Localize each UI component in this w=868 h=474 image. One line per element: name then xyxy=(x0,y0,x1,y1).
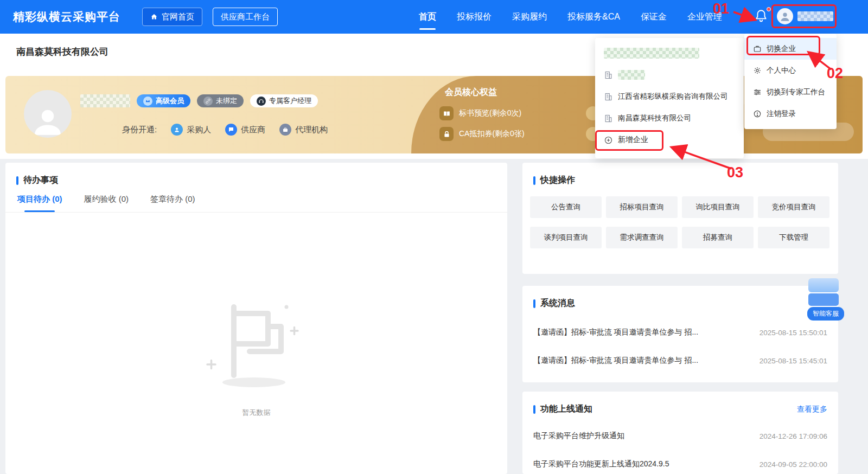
plus-circle-icon xyxy=(604,136,613,145)
right-item-preview-label: 标书预览(剩余0次) xyxy=(459,108,521,118)
identity-open-row: 身份开通: 采购人 供应商 代理机构 xyxy=(122,124,328,136)
message-text: 【邀请函】招标-审批流 项目邀请贵单位参与 招... xyxy=(533,356,698,366)
feature-notices-title: 功能上线通知 xyxy=(533,403,592,415)
view-more-link[interactable]: 查看更多 xyxy=(797,405,827,414)
unbound-label: 未绑定 xyxy=(216,96,237,106)
book-icon xyxy=(439,106,454,120)
right-item-ca-label: CA抵扣券(剩余0张) xyxy=(459,129,525,139)
quick-actions-title: 快捷操作 xyxy=(533,175,575,186)
headset-icon xyxy=(257,97,266,106)
identity-agency: 代理机构 xyxy=(279,124,328,136)
vip-level-badge[interactable]: 高级会员 xyxy=(137,94,190,107)
member-identity-row: 高级会员 未绑定 专属客户经理 xyxy=(80,94,318,107)
right-item-preview: 标书预览(剩余0次) xyxy=(439,106,521,120)
message-time: 2025-08-15 15:50:01 xyxy=(760,329,827,337)
notice-time: 2024-09-05 22:00:00 xyxy=(760,460,827,469)
service-bot-graphic-bottom xyxy=(808,293,839,306)
vip-level-label: 高级会员 xyxy=(156,96,184,106)
menu-item-label: 个人中心 xyxy=(767,66,796,75)
supplier-workbench-label: 供应商工作台 xyxy=(221,12,270,22)
identity-purchaser: 采购人 xyxy=(171,124,211,136)
menu-item-personal-center[interactable]: 个人中心 xyxy=(744,60,837,81)
quick-btn-demand-survey[interactable]: 需求调查查询 xyxy=(606,227,678,248)
quick-btn-download-manage[interactable]: 下载管理 xyxy=(758,227,829,248)
quick-actions-panel: 快捷操作 公告查询 招标项目查询 询比项目查询 竞价项目查询 谈判项目查询 需求… xyxy=(522,163,838,274)
tab-signature-todo[interactable]: 签章待办 (0) xyxy=(150,194,195,204)
add-company-label: 新增企业 xyxy=(618,135,648,145)
feature-notices-panel: 功能上线通知 查看更多 电子采购平台维护升级通知 2024-12-26 17:0… xyxy=(522,392,838,474)
company-item-redacted-1[interactable] xyxy=(595,42,744,64)
tab-performance-acceptance[interactable]: 履约验收 (0) xyxy=(84,194,129,204)
nav-item-service-ca[interactable]: 投标服务&CA xyxy=(567,0,620,34)
agency-icon xyxy=(279,124,291,136)
nav-item-enterprise[interactable]: 企业管理 xyxy=(687,0,722,34)
notice-row[interactable]: 电子采购平台功能更新上线通知2024.9.5 2024-09-05 22:00:… xyxy=(522,450,838,474)
link-icon xyxy=(203,97,213,106)
company-item-redacted-2[interactable] xyxy=(595,64,744,86)
message-time: 2025-08-15 15:45:01 xyxy=(760,357,827,365)
todo-title: 待办事项 xyxy=(16,175,58,186)
member-avatar xyxy=(24,90,72,138)
nav-item-bidding[interactable]: 投标报价 xyxy=(457,0,492,34)
empty-state-flag-icon xyxy=(200,298,314,393)
company-item-nanchang[interactable]: 南昌森莫科技有限公司 xyxy=(595,107,744,129)
supplier-workbench-button[interactable]: 供应商工作台 xyxy=(213,8,278,26)
menu-item-switch-company[interactable]: 切换企业 xyxy=(744,38,837,60)
purchaser-icon xyxy=(171,124,183,136)
current-company-name: 南昌森莫科技有限公司 xyxy=(16,46,108,58)
notice-row[interactable]: 电子采购平台维护升级通知 2024-12-26 17:09:06 xyxy=(522,422,838,450)
rights-title: 会员核心权益 xyxy=(445,87,497,98)
identity-open-label: 身份开通: xyxy=(122,125,157,135)
quick-btn-tender-project[interactable]: 招标项目查询 xyxy=(606,196,678,218)
add-company-item[interactable]: 新增企业 xyxy=(595,129,744,151)
building-icon xyxy=(604,71,613,80)
menu-item-label: 切换企业 xyxy=(767,44,796,54)
nav-item-home[interactable]: 首页 xyxy=(419,0,436,34)
quick-actions-grid: 公告查询 招标项目查询 询比项目查询 竞价项目查询 谈判项目查询 需求调查查询 … xyxy=(530,196,831,248)
smart-service-badge[interactable]: 智能客服 xyxy=(807,307,844,321)
home-icon xyxy=(150,13,158,21)
system-messages-list: 【邀请函】招标-审批流 项目邀请贵单位参与 招... 2025-08-15 15… xyxy=(522,318,838,375)
account-manager-label: 专属客户经理 xyxy=(269,96,311,106)
message-row[interactable]: 【邀请函】招标-审批流 项目邀请贵单位参与 招... 2025-08-15 15… xyxy=(522,347,838,375)
right-item-ca-coupon: CA抵扣券(剩余0张) xyxy=(439,127,525,141)
service-bot-graphic-top xyxy=(808,278,839,292)
todo-tabs: 项目待办 (0) 履约验收 (0) 签章待办 (0) xyxy=(5,194,507,213)
quick-btn-inquiry-project[interactable]: 询比项目查询 xyxy=(682,196,754,218)
company-name-redacted xyxy=(604,48,699,59)
main-nav: 首页 投标报价 采购履约 投标服务&CA 保证金 企业管理 xyxy=(419,0,722,34)
user-account-chip[interactable] xyxy=(777,8,833,24)
message-row[interactable]: 【邀请函】招标-审批流 项目邀请贵单位参与 招... 2025-08-15 15… xyxy=(522,318,838,347)
notification-dot xyxy=(767,7,771,11)
tab-project-todo[interactable]: 项目待办 (0) xyxy=(17,194,62,204)
feature-notices-list: 电子采购平台维护升级通知 2024-12-26 17:09:06 电子采购平台功… xyxy=(522,422,838,474)
quick-btn-recruitment[interactable]: 招募查询 xyxy=(682,227,754,248)
nav-item-performance[interactable]: 采购履约 xyxy=(512,0,547,34)
crown-icon xyxy=(143,97,152,106)
quick-btn-negotiation-project[interactable]: 谈判项目查询 xyxy=(530,227,602,248)
menu-item-expert-workbench[interactable]: 切换到专家工作台 xyxy=(744,81,837,103)
nav-item-deposit[interactable]: 保证金 xyxy=(641,0,667,34)
user-name-redacted xyxy=(797,11,833,21)
empty-state-text: 暂无数据 xyxy=(5,408,507,418)
notice-text: 电子采购平台维护升级通知 xyxy=(533,431,624,441)
menu-item-logout[interactable]: 注销登录 xyxy=(744,103,837,125)
briefcase-icon xyxy=(753,44,762,53)
identity-supplier-label: 供应商 xyxy=(241,125,265,135)
notice-text: 电子采购平台功能更新上线通知2024.9.5 xyxy=(533,459,669,469)
message-text: 【邀请函】招标-审批流 项目邀请贵单位参与 招... xyxy=(533,328,698,337)
account-manager-badge[interactable]: 专属客户经理 xyxy=(250,94,318,107)
quick-btn-announcement[interactable]: 公告查询 xyxy=(530,196,602,218)
identity-supplier: 供应商 xyxy=(225,124,265,136)
system-messages-panel: 系统消息 【邀请函】招标-审批流 项目邀请贵单位参与 招... 2025-08-… xyxy=(522,286,838,382)
system-messages-title: 系统消息 xyxy=(533,298,575,309)
unbound-badge[interactable]: 未绑定 xyxy=(197,94,244,107)
company-item-jiangxi[interactable]: 江西省精彩纵横采购咨询有限公司 xyxy=(595,86,744,107)
building-icon xyxy=(604,114,613,123)
notification-bell-icon[interactable] xyxy=(754,8,770,25)
company-switch-dropdown: 江西省精彩纵横采购咨询有限公司 南昌森莫科技有限公司 新增企业 xyxy=(595,38,744,158)
menu-item-label: 切换到专家工作台 xyxy=(767,87,825,97)
user-dropdown-menu: 切换企业 个人中心 切换到专家工作台 注销登录 xyxy=(744,34,837,129)
official-home-button[interactable]: 官网首页 xyxy=(142,8,202,26)
quick-btn-auction-project[interactable]: 竞价项目查询 xyxy=(758,196,829,218)
